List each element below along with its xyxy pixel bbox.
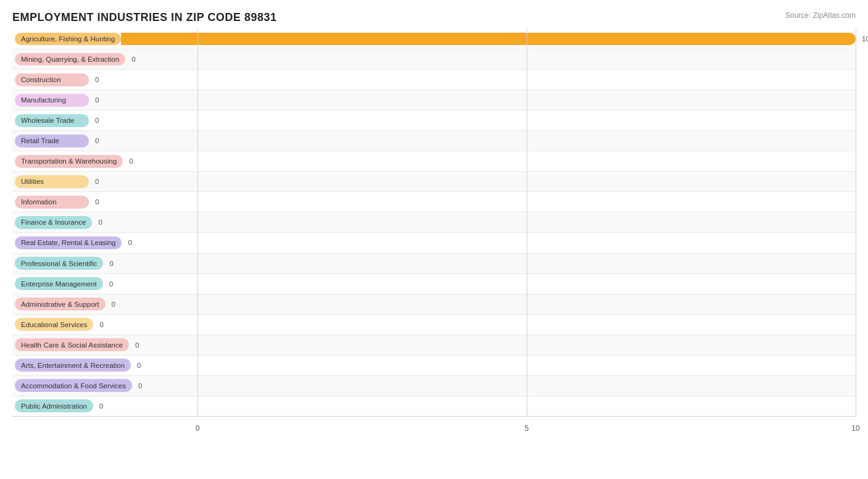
bar-row: Agriculture, Fishing & Hunting10 [12, 29, 856, 49]
bar-value-label: 0 [99, 402, 103, 410]
bar-value-label: 0 [95, 198, 99, 206]
bar-value-label: 0 [129, 157, 133, 165]
bar-pill-label: Transportation & Warehousing [15, 155, 123, 168]
bar-outer: 0 [131, 356, 856, 375]
bars-wrapper: Agriculture, Fishing & Hunting10Mining, … [12, 29, 856, 417]
bar-pill-label: Professional & Scientific [15, 257, 103, 270]
bar-row: Utilities0 [12, 172, 856, 192]
bar-value-label: 0 [131, 56, 135, 63]
bar-pill-label: Educational Services [15, 318, 93, 331]
bar-pill-label: Agriculture, Fishing & Hunting [15, 33, 121, 46]
bar-row: Mining, Quarrying, & Extraction0 [12, 49, 856, 70]
bar-value-label: 0 [95, 117, 99, 124]
bar-value-label: 0 [99, 321, 103, 328]
bar-row: Educational Services0 [12, 315, 856, 335]
bar-row: Public Administration0 [12, 396, 856, 417]
bar-pill-label: Real Estate, Rental & Leasing [15, 236, 122, 249]
bar-outer: 10 [121, 29, 856, 49]
axis-line [12, 416, 856, 417]
bar-row: Enterprise Management0 [12, 274, 856, 294]
bar-row: Accommodation & Food Services0 [12, 376, 856, 396]
grid-line [527, 29, 527, 417]
bar-pill-label: Manufacturing [15, 94, 89, 107]
bar-value-label: 0 [95, 76, 99, 83]
axis-tick: 5 [525, 424, 529, 433]
bar-row: Construction0 [12, 70, 856, 90]
bar-outer: 0 [123, 151, 856, 171]
bar-outer: 0 [122, 233, 856, 252]
bar-value-label: 0 [98, 219, 102, 226]
source-label: Source: ZipAtlas.com [785, 11, 856, 20]
bar-row: Finance & Insurance0 [12, 212, 856, 233]
bar-outer: 0 [89, 90, 856, 110]
bar-outer: 0 [93, 315, 856, 335]
axis-tick: 0 [196, 424, 200, 433]
bar-row: Health Care & Social Assistance0 [12, 335, 856, 356]
bar-outer: 0 [89, 192, 856, 212]
chart-container: EMPLOYMENT INDUSTRIES IN ZIP CODE 89831 … [0, 0, 868, 479]
bar-value-label: 0 [109, 280, 113, 288]
bar-value-label: 0 [109, 260, 113, 267]
bar-fill [121, 33, 856, 46]
bar-row: Real Estate, Rental & Leasing0 [12, 233, 856, 253]
bar-pill-label: Wholesale Trade [15, 114, 89, 127]
bar-pill-label: Public Administration [15, 399, 93, 412]
bar-outer: 0 [93, 396, 856, 416]
bar-row: Retail Trade0 [12, 131, 856, 151]
axis-labels: 0510 [12, 418, 856, 435]
bar-outer: 0 [103, 274, 856, 294]
bar-pill-label: Administrative & Support [15, 298, 106, 310]
bar-pill-label: Health Care & Social Assistance [15, 338, 129, 351]
bar-pill-label: Information [15, 196, 89, 209]
bar-outer: 0 [103, 254, 856, 273]
bar-row: Transportation & Warehousing0 [12, 151, 856, 172]
grid-line [856, 29, 856, 417]
bar-pill-label: Construction [15, 73, 89, 86]
bar-value-label: 0 [128, 239, 131, 246]
bar-outer: 0 [106, 294, 856, 314]
bar-outer: 0 [89, 110, 856, 130]
bar-row: Wholesale Trade0 [12, 110, 856, 131]
bar-pill-label: Arts, Entertainment & Recreation [15, 359, 131, 372]
bar-outer: 0 [89, 70, 856, 90]
bar-pill-label: Retail Trade [15, 135, 89, 148]
bar-outer: 0 [132, 376, 856, 396]
bar-pill-label: Mining, Quarrying, & Extraction [15, 53, 125, 66]
bar-value-label: 0 [112, 301, 115, 308]
bar-value-label: 10 [862, 35, 868, 43]
axis-tick: 10 [851, 424, 859, 433]
bar-pill-label: Enterprise Management [15, 277, 103, 290]
bar-row: Arts, Entertainment & Recreation0 [12, 356, 856, 376]
grid-line [198, 29, 198, 417]
chart-title: EMPLOYMENT INDUSTRIES IN ZIP CODE 89831 [12, 11, 856, 24]
bar-row: Professional & Scientific0 [12, 254, 856, 274]
bar-value-label: 0 [95, 137, 99, 144]
bar-outer: 0 [125, 49, 856, 69]
bar-value-label: 0 [137, 362, 141, 369]
bar-pill-label: Accommodation & Food Services [15, 379, 132, 392]
chart-area: Agriculture, Fishing & Hunting10Mining, … [12, 29, 856, 435]
bar-row: Manufacturing0 [12, 90, 856, 110]
bar-pill-label: Utilities [15, 175, 89, 188]
bar-row: Administrative & Support0 [12, 294, 856, 315]
bar-value-label: 0 [138, 382, 142, 389]
bar-pill-label: Finance & Insurance [15, 216, 92, 229]
bar-outer: 0 [129, 335, 856, 355]
bar-outer: 0 [89, 172, 856, 191]
bar-outer: 0 [89, 131, 856, 151]
bar-value-label: 0 [95, 96, 99, 104]
bar-row: Information0 [12, 192, 856, 212]
bar-outer: 0 [92, 212, 856, 232]
bar-value-label: 0 [95, 178, 99, 185]
bar-value-label: 0 [135, 341, 139, 349]
